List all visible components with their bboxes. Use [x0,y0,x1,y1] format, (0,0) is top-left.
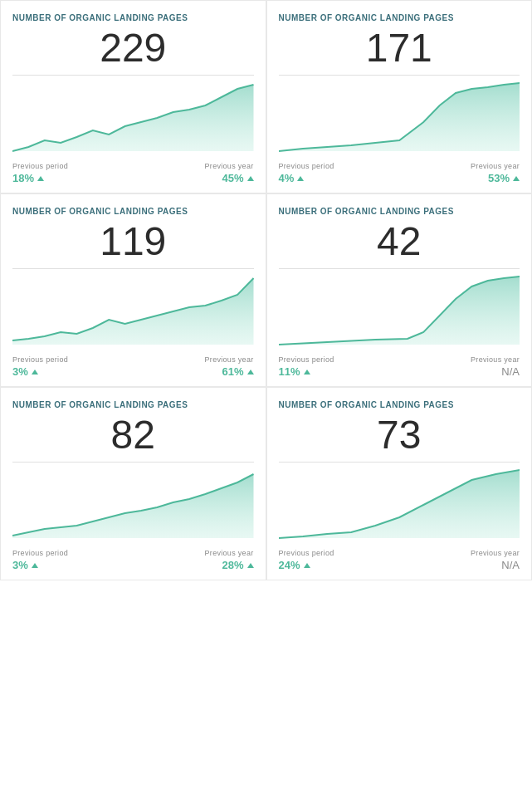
prev-year-arrow-icon [247,563,254,568]
prev-period-arrow-icon [304,563,310,568]
prev-year-value-row: 61% [205,365,254,378]
prev-year-label: Previous year [471,355,520,364]
prev-period-value-row: 24% [279,559,334,571]
prev-period-label: Previous period [279,162,334,170]
card-value: 229 [12,28,254,68]
card-title: NUMBER OF ORGANIC LANDING PAGES [279,12,520,23]
card-title: NUMBER OF ORGANIC LANDING PAGES [12,399,254,410]
prev-year-value: 53% [488,172,510,184]
prev-year-block: Previous year N/A [471,549,520,571]
prev-period-value: 3% [12,559,28,571]
prev-year-label: Previous year [205,162,254,170]
prev-period-value: 11% [279,365,300,378]
prev-year-value-row: N/A [471,365,520,378]
prev-period-arrow-icon [32,563,38,568]
prev-period-label: Previous period [12,355,68,364]
chart-fill [279,470,520,538]
card-1: NUMBER OF ORGANIC LANDING PAGES 229 [0,0,266,193]
prev-year-value-row: 28% [205,559,254,571]
prev-period-arrow-icon [32,370,38,374]
prev-year-block: Previous year 28% [205,549,254,571]
divider [279,75,520,76]
chart-area [279,467,520,542]
card-2: NUMBER OF ORGANIC LANDING PAGES 171 [266,0,533,193]
prev-year-block: Previous year 61% [205,355,254,378]
prev-year-arrow-icon [247,176,254,181]
prev-period-value-row: 3% [12,365,68,378]
chart-svg [279,81,520,155]
prev-period-label: Previous period [279,355,334,364]
prev-year-label: Previous year [471,162,520,170]
prev-year-arrow-icon [513,176,520,181]
prev-period-block: Previous period 4% [279,162,334,184]
divider [12,75,254,76]
prev-year-label: Previous year [205,355,254,364]
prev-period-block: Previous period 18% [12,162,68,184]
card-value: 82 [12,415,254,455]
prev-year-value: N/A [501,365,520,378]
prev-period-label: Previous period [12,162,68,170]
prev-period-block: Previous period 24% [279,549,334,571]
prev-year-value: 45% [222,172,243,184]
divider [279,462,520,463]
chart-svg [12,467,254,542]
prev-year-value: N/A [501,559,520,571]
card-value: 171 [279,28,520,68]
stats-row: Previous period 3% Previous year 61% [12,355,254,378]
prev-period-block: Previous period 3% [12,355,68,378]
chart-svg [12,81,254,155]
prev-period-block: Previous period 3% [12,549,68,571]
prev-year-value-row: 45% [205,172,254,184]
prev-year-value-row: N/A [471,559,520,571]
prev-year-value-row: 53% [471,172,520,184]
card-value: 73 [279,415,520,455]
chart-svg [12,274,254,349]
divider [12,268,254,269]
prev-year-label: Previous year [205,549,254,557]
card-title: NUMBER OF ORGANIC LANDING PAGES [12,12,254,23]
stats-row: Previous period 18% Previous year 45% [12,162,254,184]
stats-row: Previous period 4% Previous year 53% [279,162,520,184]
stats-row: Previous period 11% Previous year N/A [279,355,520,378]
prev-year-block: Previous year N/A [471,355,520,378]
prev-period-value: 24% [279,559,300,571]
prev-year-label: Previous year [471,549,520,557]
prev-period-arrow-icon [297,176,304,181]
prev-period-value-row: 3% [12,559,68,571]
divider [279,268,520,269]
chart-area [12,467,254,542]
chart-svg [279,274,520,349]
prev-period-arrow-icon [304,370,310,374]
card-3: NUMBER OF ORGANIC LANDING PAGES 119 [0,193,266,387]
prev-period-value: 3% [12,365,28,378]
prev-period-value-row: 11% [279,365,334,378]
prev-year-value: 61% [222,365,243,378]
prev-period-value-row: 18% [12,172,68,184]
prev-year-block: Previous year 45% [205,162,254,184]
stats-row: Previous period 3% Previous year 28% [12,549,254,571]
card-title: NUMBER OF ORGANIC LANDING PAGES [12,206,254,217]
chart-area [12,81,254,155]
prev-period-value: 18% [12,172,34,184]
card-title: NUMBER OF ORGANIC LANDING PAGES [279,399,520,410]
cards-grid: NUMBER OF ORGANIC LANDING PAGES 229 [0,0,532,580]
chart-area [279,274,520,349]
chart-svg [279,467,520,542]
card-5: NUMBER OF ORGANIC LANDING PAGES 82 [0,387,266,580]
chart-area [12,274,254,349]
prev-period-label: Previous period [279,549,334,557]
prev-period-arrow-icon [37,176,44,181]
prev-period-value-row: 4% [279,172,334,184]
prev-period-value: 4% [279,172,295,184]
prev-period-block: Previous period 11% [279,355,334,378]
card-value: 42 [279,222,520,262]
stats-row: Previous period 24% Previous year N/A [279,549,520,571]
card-value: 119 [12,222,254,262]
card-4: NUMBER OF ORGANIC LANDING PAGES 42 [266,193,533,387]
prev-year-arrow-icon [247,370,254,374]
prev-year-value: 28% [222,559,243,571]
card-title: NUMBER OF ORGANIC LANDING PAGES [279,206,520,217]
prev-year-block: Previous year 53% [471,162,520,184]
chart-area [279,81,520,155]
chart-fill [279,277,520,345]
